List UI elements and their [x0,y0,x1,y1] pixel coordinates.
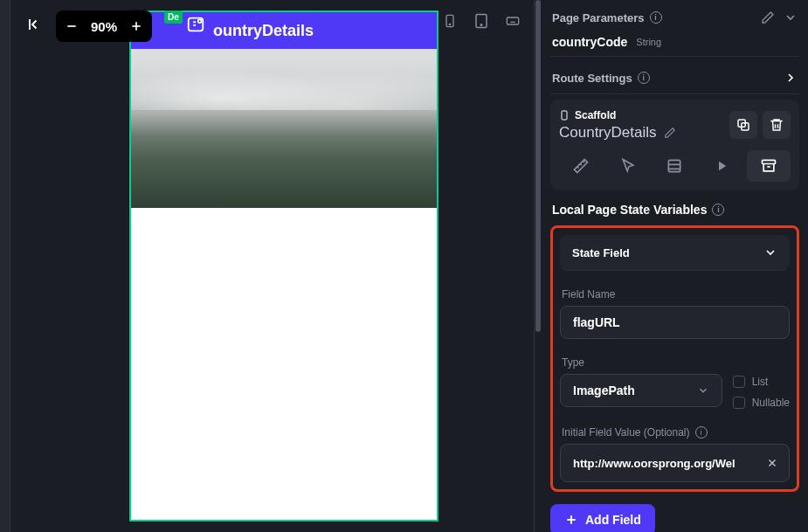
scaffold-name: CountryDetails [559,124,657,142]
scrollbar-thumb[interactable] [535,0,541,332]
field-name-label: Field Name [560,280,790,306]
database-icon [666,157,683,175]
route-settings-row[interactable]: Route Settings i [550,62,799,94]
info-icon[interactable]: i [650,11,662,24]
design-tab[interactable] [559,150,603,182]
initial-value-label-text: Initial Field Value (Optional) [562,426,690,439]
actions-tab[interactable] [606,150,650,182]
run-tab[interactable] [700,150,743,182]
svg-rect-10 [669,160,680,171]
device-frame[interactable]: ountryDetails [129,10,439,522]
plus-icon [564,513,578,527]
route-settings-title: Route Settings i [552,72,650,85]
add-panel-icon [186,15,205,34]
svg-rect-7 [562,111,567,120]
copy-button[interactable] [729,111,757,139]
minus-icon [65,19,79,33]
info-icon[interactable]: i [712,204,724,216]
state-field-header[interactable]: State Field [560,235,790,271]
canvas-area: 90% De ountryDetails [10,0,534,532]
highlighted-box: State Field Field Name Type ImagePath Li… [550,225,799,492]
device-hero-image [131,49,437,208]
chevron-down-icon [763,245,777,259]
nullable-label: Nullable [752,397,790,409]
archive-icon [760,157,777,175]
keyboard-button[interactable] [502,10,523,31]
svg-rect-6 [507,17,518,24]
copy-icon [735,117,751,133]
page-params-title: Page Parameters i [552,11,662,24]
add-field-button[interactable]: Add Field [550,504,655,532]
tablet-preview-button[interactable] [471,10,492,31]
svg-point-5 [480,24,482,26]
chevron-right-icon [784,71,798,85]
scrollbar-track[interactable] [535,0,542,532]
param-name: countryCode [552,35,627,49]
preview-badge: De [164,10,183,24]
state-field-card: State Field [560,235,790,271]
widget-tree-button[interactable] [183,12,208,37]
scaffold-section: Scaffold CountryDetails [550,100,799,190]
initial-value-input[interactable]: http://www.oorsprong.org/Wel [573,457,763,470]
page-params-actions [761,10,798,24]
mobile-icon [443,12,457,30]
route-settings-text: Route Settings [552,72,632,85]
field-name-input[interactable] [560,306,790,339]
edit-icon[interactable] [664,127,676,139]
local-state-title-text: Local Page State Variables [552,203,707,217]
cursor-icon [619,157,637,175]
zoom-in-button[interactable] [124,14,148,38]
state-field-header-title: State Field [572,246,630,259]
param-type: String [636,37,661,47]
mobile-preview-button[interactable] [439,10,460,31]
tablet-icon [473,12,489,30]
close-icon [766,457,778,469]
state-tab[interactable] [747,150,791,182]
top-right-controls [439,10,523,31]
back-icon [27,17,43,32]
device-title: ountryDetails [213,22,314,40]
trash-icon [769,117,784,133]
zoom-out-button[interactable] [59,14,84,38]
type-select[interactable]: ImagePath [560,374,722,407]
zoom-value: 90% [87,19,121,34]
svg-rect-11 [763,160,776,163]
backend-tab[interactable] [653,150,697,182]
scaffold-header: Scaffold CountryDetails [559,108,791,142]
clear-button[interactable] [763,453,782,473]
info-icon[interactable]: i [638,72,650,84]
edit-icon[interactable] [761,10,775,24]
phone-icon [559,108,570,122]
nullable-checkbox-row[interactable]: Nullable [733,397,790,409]
keyboard-icon [503,14,522,28]
add-field-button-text: Add Field [585,513,641,527]
ruler-icon [572,157,590,175]
back-button[interactable] [21,10,49,38]
scaffold-label-text: Scaffold [575,109,616,121]
scaffold-label: Scaffold [559,108,676,122]
page-params-header: Page Parameters i [550,7,799,28]
nullable-checkbox[interactable] [733,397,745,409]
list-checkbox[interactable] [733,376,745,388]
type-label: Type [560,348,790,374]
local-state-title: Local Page State Variables i [550,196,799,220]
info-icon[interactable]: i [695,426,708,439]
initial-value-label: Initial Field Value (Optional) i [560,418,790,444]
left-rail [0,0,10,532]
delete-button[interactable] [763,111,791,139]
param-row[interactable]: countryCode String [550,33,799,57]
right-panel: Page Parameters i countryCode String Rou… [542,0,808,532]
list-checkbox-row[interactable]: List [733,376,790,388]
zoom-controls: 90% [56,10,152,42]
list-label: List [752,376,769,388]
type-select-value: ImagePath [573,383,635,397]
chevron-down-icon [697,384,709,397]
cloud-overlay [131,49,437,110]
initial-value-input-row[interactable]: http://www.oorsprong.org/Wel [560,444,790,482]
chevron-down-icon[interactable] [784,10,798,24]
plus-icon [129,19,143,33]
scaffold-toolbar [559,150,791,182]
page-params-title-text: Page Parameters [552,11,645,24]
svg-point-3 [449,24,450,24]
play-icon [714,158,729,174]
